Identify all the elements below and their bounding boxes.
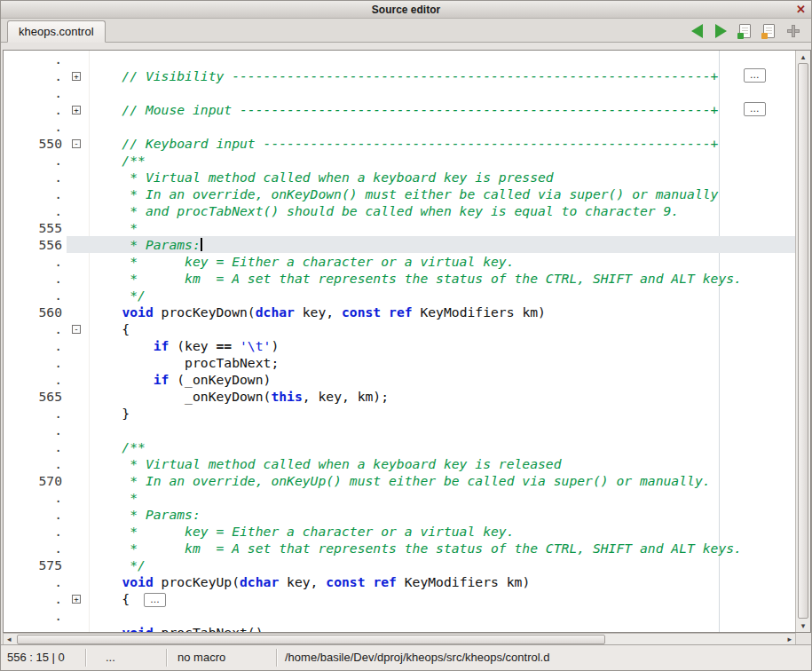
line-number[interactable]: .	[4, 607, 67, 624]
line-number[interactable]: .	[4, 202, 67, 219]
line-number[interactable]: .	[4, 455, 67, 472]
fold-gutter[interactable]: +	[67, 67, 89, 84]
code-line[interactable]: . * In an override, onKeyDown() must eit…	[4, 186, 795, 202]
line-number[interactable]: .	[4, 371, 67, 388]
go-back-icon[interactable]	[691, 24, 703, 38]
fold-gutter[interactable]	[67, 455, 89, 472]
fold-gutter[interactable]	[67, 607, 89, 624]
code-line[interactable]: . * Virtual method called when a keyboar…	[4, 455, 795, 472]
code-text[interactable]	[89, 84, 795, 101]
line-number[interactable]: .	[4, 287, 67, 304]
fold-expand-icon[interactable]: +	[72, 72, 81, 81]
code-line[interactable]: .	[4, 118, 795, 135]
code-text[interactable]: * Virtual method called when a keyboard …	[89, 169, 795, 186]
code-line[interactable]: . * Virtual method called when a keyboar…	[4, 169, 795, 186]
scroll-up-icon[interactable]: ▴	[796, 52, 810, 61]
tab-kheops-control[interactable]: kheops.control	[7, 20, 106, 43]
code-text[interactable]: *	[89, 219, 795, 236]
fold-gutter[interactable]	[67, 337, 89, 354]
line-number[interactable]: .	[4, 354, 67, 371]
fold-gutter[interactable]	[67, 219, 89, 236]
fold-gutter[interactable]	[67, 51, 89, 67]
code-line[interactable]: . * Params:	[4, 506, 795, 523]
scroll-down-icon[interactable]: ▾	[796, 621, 810, 630]
line-number[interactable]: .	[4, 489, 67, 506]
line-number[interactable]: .	[4, 118, 67, 135]
code-line[interactable]: . *	[4, 489, 795, 506]
code-text[interactable]: */	[89, 557, 795, 573]
line-number[interactable]: 565	[4, 388, 67, 405]
document-add-icon[interactable]	[739, 24, 751, 38]
fold-gutter[interactable]	[67, 304, 89, 320]
code-text[interactable]: void procTabNext()	[89, 624, 795, 632]
code-text[interactable]: * km = A set that represents the status …	[89, 270, 795, 287]
code-line[interactable]: . void procTabNext()	[4, 624, 795, 632]
line-number[interactable]: .	[4, 51, 67, 67]
line-number[interactable]: .	[4, 405, 67, 422]
code-line[interactable]: 550- // Keyboard input -----------------…	[4, 135, 795, 152]
fold-expand-icon[interactable]: +	[72, 595, 81, 604]
code-text[interactable]: * Virtual method called when a keyboard …	[89, 455, 795, 472]
code-line[interactable]: . * and procTabNext() should be called w…	[4, 202, 795, 219]
fold-gutter[interactable]	[67, 506, 89, 523]
fold-gutter[interactable]	[67, 438, 89, 455]
fold-gutter[interactable]: +	[67, 101, 89, 118]
code-line[interactable]: . * km = A set that represents the statu…	[4, 540, 795, 557]
line-number[interactable]: .	[4, 624, 67, 632]
fold-collapse-icon[interactable]: -	[72, 325, 81, 334]
fold-gutter[interactable]	[67, 388, 89, 405]
code-line[interactable]: . /**	[4, 152, 795, 169]
go-forward-icon[interactable]	[715, 24, 727, 38]
code-line[interactable]: .	[4, 607, 795, 624]
fold-gutter[interactable]	[67, 118, 89, 135]
fold-gutter[interactable]	[67, 540, 89, 557]
code-line[interactable]: . procTabNext;	[4, 354, 795, 371]
fold-gutter[interactable]	[67, 84, 89, 101]
code-line[interactable]: .	[4, 422, 795, 438]
fold-gutter[interactable]	[67, 573, 89, 590]
fold-gutter[interactable]	[67, 152, 89, 169]
code-text[interactable]	[89, 422, 795, 438]
line-number[interactable]: .	[4, 101, 67, 118]
code-text[interactable]: * Params:	[89, 236, 795, 253]
line-number[interactable]: .	[4, 84, 67, 101]
code-text[interactable]: * key = Either a character or a virtual …	[89, 253, 795, 270]
fold-gutter[interactable]	[67, 422, 89, 438]
fold-gutter[interactable]	[67, 270, 89, 287]
code-editor[interactable]: ..+ // Visibility ----------------------…	[3, 50, 811, 633]
code-text[interactable]: * Params:	[89, 506, 795, 523]
vertical-scrollbar-thumb[interactable]	[798, 63, 808, 619]
code-line[interactable]: .	[4, 51, 795, 67]
code-line[interactable]: 560 void procKeyDown(dchar key, const re…	[4, 304, 795, 320]
line-number[interactable]: .	[4, 523, 67, 540]
code-line[interactable]: .+ {...	[4, 590, 795, 607]
vertical-scrollbar[interactable]: ▴ ▾	[795, 51, 810, 632]
code-view[interactable]: ..+ // Visibility ----------------------…	[4, 51, 795, 632]
fold-gutter[interactable]	[67, 202, 89, 219]
line-number[interactable]: .	[4, 186, 67, 202]
fold-gutter[interactable]	[67, 489, 89, 506]
code-text[interactable]: {	[89, 320, 795, 337]
line-number[interactable]: .	[4, 337, 67, 354]
line-number[interactable]: 556	[4, 236, 67, 253]
line-number[interactable]: 550	[4, 135, 67, 152]
code-text[interactable]: * In an override, onKeyUp() must either …	[89, 472, 795, 489]
code-text[interactable]	[89, 118, 795, 135]
collapsed-fold-box[interactable]: ...	[144, 593, 166, 607]
code-text[interactable]: * km = A set that represents the status …	[89, 540, 795, 557]
code-line[interactable]: 570 * In an override, onKeyUp() must eit…	[4, 472, 795, 489]
code-text[interactable]: * and procTabNext() should be called whe…	[89, 202, 795, 219]
line-number[interactable]: .	[4, 438, 67, 455]
fold-gutter[interactable]	[67, 287, 89, 304]
code-text[interactable]: * key = Either a character or a virtual …	[89, 523, 795, 540]
fold-gutter[interactable]: +	[67, 590, 89, 607]
code-text[interactable]: // Visibility --------------------------…	[89, 67, 795, 84]
code-text[interactable]: }	[89, 405, 795, 422]
line-number[interactable]: .	[4, 422, 67, 438]
document-open-icon[interactable]	[763, 24, 775, 38]
code-line[interactable]: 575 */	[4, 557, 795, 573]
code-text[interactable]	[89, 51, 795, 67]
code-line[interactable]: . * key = Either a character or a virtua…	[4, 253, 795, 270]
line-number[interactable]: .	[4, 573, 67, 590]
collapsed-fold-box[interactable]: ...	[744, 68, 766, 83]
